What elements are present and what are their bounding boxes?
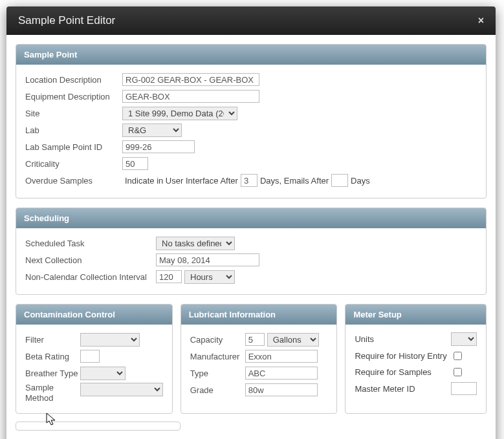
capacity-input[interactable] [245,333,265,346]
master-meter-id-input[interactable] [451,382,477,395]
capacity-unit-select[interactable]: Gallons [267,333,319,347]
label-beta: Beta Rating [25,352,80,361]
label-capacity: Capacity [190,335,245,345]
panel-scheduling: Scheduling Scheduled Task No tasks defin… [16,208,487,295]
breather-type-select[interactable] [80,367,126,380]
panel-meter: Meter Setup Units Require for History En… [345,304,487,414]
grade-input[interactable] [245,383,318,396]
label-location-description: Location Description [25,75,122,85]
modal-title: Sample Point Editor [18,14,115,27]
label-lab: Lab [25,125,122,135]
overdue-text-1: Indicate in User Interface After [125,176,238,186]
close-icon[interactable]: × [478,15,484,27]
label-breather: Breather Type [25,369,80,378]
label-req-samples: Require for Samples [355,367,451,377]
panel-header-lubricant: Lubricant Information [181,305,337,325]
label-scheduled-task: Scheduled Task [25,239,156,248]
panel-header-sample-point: Sample Point [16,45,486,65]
label-site: Site [25,109,122,118]
lab-sample-point-id-input[interactable] [122,140,195,153]
type-input[interactable] [245,367,318,380]
interval-value-input[interactable] [156,270,182,283]
label-equipment-description: Equipment Description [25,92,122,102]
scheduled-task-select[interactable]: No tasks defined [156,237,235,250]
next-collection-input[interactable] [156,253,259,266]
label-lab-sample-point-id: Lab Sample Point ID [25,142,122,152]
label-filter: Filter [25,335,80,345]
panel-header-contamination: Contamination Control [16,305,172,325]
label-criticality: Criticality [25,159,122,169]
sample-method-select[interactable] [80,383,163,396]
location-description-input[interactable] [122,73,259,86]
require-samples-checkbox[interactable] [454,368,462,376]
overdue-ui-days-input[interactable] [241,174,257,187]
criticality-input[interactable] [122,157,148,170]
label-sample-method: Sample Method [25,383,80,403]
overdue-text-2: Days, Emails After [260,176,329,186]
label-grade: Grade [190,385,245,395]
filter-select[interactable] [80,333,140,347]
equipment-description-input[interactable] [122,90,259,103]
collapsed-panel-stub [16,422,181,431]
panel-lubricant: Lubricant Information Capacity Gallons M… [181,304,338,414]
beta-rating-input[interactable] [80,350,100,363]
panel-sample-point: Sample Point Location Description Equipm… [16,44,487,198]
label-units: Units [355,334,451,344]
modal-header: Sample Point Editor × [6,6,496,35]
lab-select[interactable]: R&G [122,123,182,137]
panel-header-meter: Meter Setup [345,305,486,325]
units-select[interactable] [451,332,477,346]
label-type: Type [190,369,245,378]
label-req-history: Require for History Entry [355,351,451,361]
overdue-text-3: Days [351,176,370,186]
panel-header-scheduling: Scheduling [16,208,486,228]
sample-point-editor-modal: Sample Point Editor × Sample Point Locat… [6,6,496,439]
manufacturer-input[interactable] [245,350,318,363]
site-select[interactable]: 1 Site 999, Demo Data (26) [122,107,237,120]
interval-unit-select[interactable]: Hours [184,270,235,284]
require-history-checkbox[interactable] [454,352,462,360]
label-overdue-samples: Overdue Samples [25,176,122,186]
label-manufacturer: Manufacturer [190,352,245,361]
label-next-collection: Next Collection [25,255,156,265]
label-interval: Non-Calendar Collection Interval [25,272,156,282]
label-master-id: Master Meter ID [355,384,451,394]
overdue-email-days-input[interactable] [331,174,348,187]
panel-contamination: Contamination Control Filter Beta Rating… [16,304,173,414]
